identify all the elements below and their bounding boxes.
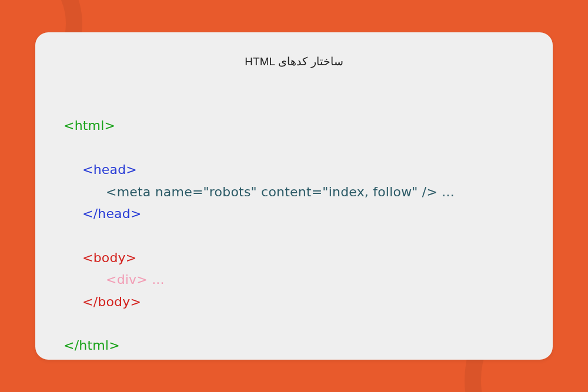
head-close-tag: </head> [64, 203, 142, 225]
card-title: ساختار کدهای HTML [64, 55, 524, 68]
html-close-tag: </html> [64, 338, 120, 353]
html-open-tag: <html> [64, 118, 115, 133]
meta-tag-line: <meta name="robots" content="index, foll… [64, 181, 455, 203]
body-close-tag: </body> [64, 291, 141, 313]
div-tag-line: <div> ... [64, 269, 165, 290]
body-open-tag: <body> [64, 247, 136, 269]
code-block: <html> <head> <meta name="robots" conten… [64, 93, 524, 357]
code-card: ساختار کدهای HTML <html> <head> <meta na… [35, 32, 553, 360]
head-open-tag: <head> [64, 159, 137, 180]
